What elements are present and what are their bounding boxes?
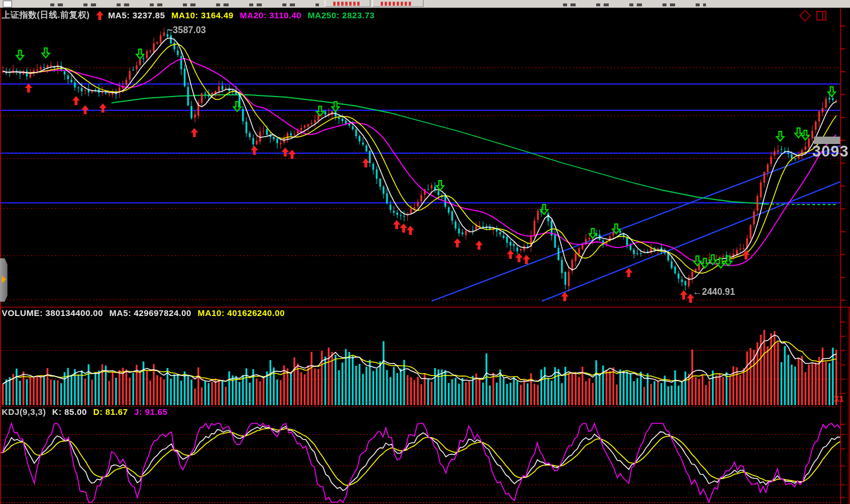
trading-app-window: 上证指数(日线.前复权) MA5: 3237.85 MA10: 3164.49 … [0,0,850,504]
toolbar-red-button-2[interactable] [372,0,424,7]
volume-ma5-label: MA5: 429697824.00 [109,308,191,318]
kdj-j-label: J: 91.65 [134,407,167,417]
kdj-name-label[interactable]: KDJ(9,3,3) [2,407,46,417]
last-price-annotation: 3093 [812,143,849,161]
red-button-text-clipped [381,2,412,6]
low-price-annotation: ←2440.91 [693,287,735,297]
volume-panel-header: VOLUME: 380134400.00 MA5: 429697824.00 M… [2,308,291,318]
ma5-label: MA5: 3237.85 [108,10,165,20]
peak-price-label: 3587.03 [173,25,206,35]
expand-arrow-icon [2,275,6,283]
volume-ma10-label: MA10: 401626240.00 [198,308,285,318]
red-button-text-clipped [333,2,361,6]
diamond-icon[interactable] [799,10,811,22]
split-window-icon[interactable] [816,11,827,21]
ma10-label: MA10: 3164.49 [171,10,234,20]
kdj-panel-header: KDJ(9,3,3) K: 85.00 D: 81.67 J: 91.65 [2,407,174,417]
symbol-title[interactable]: 上证指数(日线.前复权) [2,10,90,21]
left-arrow-icon: ← [693,287,702,297]
toolbar-red-button-1[interactable] [325,0,370,7]
top-toolbar [0,0,850,8]
volume-label: VOLUME: 380134400.00 [2,308,103,318]
panel-close-button[interactable]: X1 [834,394,844,403]
app-icon[interactable] [3,1,12,7]
up-arrow-icon [96,11,103,20]
menu-items-clipped[interactable] [50,3,319,6]
ma20-label: MA20: 3110.40 [240,10,301,20]
main-chart-header: 上证指数(日线.前复权) MA5: 3237.85 MA10: 3164.49 … [2,10,381,21]
low-price-label: 2440.91 [702,287,735,297]
peak-pointer-icon: ~ [167,25,173,35]
chart-canvas[interactable] [0,0,850,504]
peak-price-annotation: ~3587.03 [167,25,206,35]
kdj-k-label: K: 85.00 [52,407,87,417]
menu-items-clipped-right[interactable] [563,3,706,6]
sidebar-expand-handle[interactable] [0,258,7,302]
ma250-label: MA250: 2823.73 [308,10,374,20]
chart-corner-controls [801,11,827,21]
kdj-d-label: D: 81.67 [93,407,128,417]
